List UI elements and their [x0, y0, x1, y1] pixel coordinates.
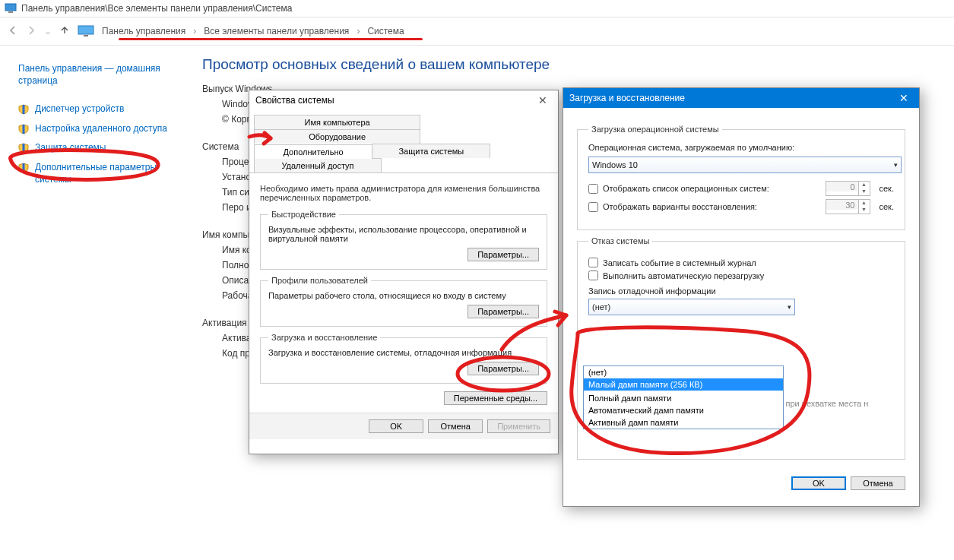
os-list-time-spinner[interactable]: ▲▼ [826, 181, 870, 196]
env-vars-button[interactable]: Переменные среды... [444, 391, 547, 405]
sidebar-item-label: Диспетчер устройств [35, 103, 124, 115]
cancel-button[interactable]: Отмена [428, 419, 483, 433]
shield-icon [18, 163, 29, 173]
tab-protection[interactable]: Защита системы [372, 144, 490, 158]
os-list-time-value[interactable] [826, 182, 858, 191]
forward-icon[interactable] [26, 25, 36, 38]
sidebar-advanced[interactable]: Дополнительные параметры системы [17, 158, 184, 189]
dialog-title: Свойства системы [255, 95, 334, 106]
default-os-select[interactable]: Windows 10 ▾ [588, 157, 902, 173]
profiles-group: Профили пользователей Параметры рабочего… [260, 276, 547, 327]
window-title: Панель управления\Все элементы панели уп… [21, 3, 292, 14]
default-os-value: Windows 10 [592, 160, 638, 169]
dump-option[interactable]: Автоматический дамп памяти [584, 404, 783, 416]
performance-text: Визуальные эффекты, использование процес… [268, 225, 539, 243]
os-boot-legend: Загрузка операционной системы [588, 125, 722, 134]
profiles-text: Параметры рабочего стола, относящиеся ко… [268, 291, 539, 300]
recent-icon[interactable]: ⌄ [44, 26, 52, 36]
ok-button[interactable]: OK [791, 476, 846, 490]
log-event-label: Записать событие в системный журнал [603, 258, 756, 267]
dump-option[interactable]: (нет) [584, 366, 783, 378]
show-os-list-row: Отображать список операционных систем: ▲… [588, 181, 894, 196]
startup-recovery-dialog: Загрузка и восстановление ✕ Загрузка опе… [563, 87, 920, 507]
failure-legend: Отказ системы [588, 236, 652, 245]
show-recovery-label: Отображать варианты восстановления: [603, 202, 821, 211]
startup-params-button[interactable]: Параметры... [467, 362, 539, 375]
system-properties-dialog: Свойства системы ✕ Имя компьютера Оборуд… [249, 90, 559, 454]
breadcrumb-sep: › [357, 26, 360, 36]
sidebar: Панель управления — домашняя страница Ди… [0, 46, 189, 369]
close-icon[interactable]: ✕ [895, 92, 913, 104]
sidebar-device-manager[interactable]: Диспетчер устройств [17, 100, 184, 119]
shield-icon [18, 124, 29, 134]
tab-remote[interactable]: Удаленный доступ [254, 158, 382, 172]
sidebar-remote[interactable]: Настройка удаленного доступа [17, 119, 184, 139]
chevron-down-icon: ▾ [894, 161, 898, 169]
os-boot-group: Загрузка операционной системы Операционн… [577, 125, 905, 230]
breadcrumb-c[interactable]: Система [367, 26, 404, 36]
tab-computer-name[interactable]: Имя компьютера [254, 115, 420, 129]
navbar: ⌄ Панель управления › Все элементы панел… [0, 17, 954, 46]
log-event-checkbox[interactable] [588, 258, 598, 267]
auto-reboot-checkbox[interactable] [588, 271, 598, 280]
show-os-list-label: Отображать список операционных систем: [603, 184, 821, 193]
dump-option-selected[interactable]: Малый дамп памяти (256 КВ) [584, 378, 783, 391]
profiles-legend: Профили пользователей [268, 276, 371, 285]
close-icon[interactable]: ✕ [534, 94, 552, 106]
tab-hardware[interactable]: Оборудование [254, 129, 420, 144]
sidebar-protection[interactable]: Защита системы [17, 138, 184, 158]
window-titlebar: Панель управления\Все элементы панели уп… [0, 0, 954, 17]
admin-note: Необходимо иметь права администратора дл… [260, 184, 547, 202]
startup-group: Загрузка и восстановление Загрузка и вос… [260, 333, 547, 384]
chevron-down-icon: ▾ [788, 303, 791, 311]
breadcrumb-a[interactable]: Панель управления [102, 26, 185, 36]
svg-rect-3 [84, 35, 88, 36]
show-os-list-checkbox[interactable] [588, 184, 598, 194]
breadcrumb-sep: › [193, 26, 196, 36]
dump-label: Запись отладочной информации [588, 286, 894, 296]
dump-select[interactable]: (нет) ▾ [588, 299, 795, 315]
dump-option[interactable]: Активный дамп памяти [584, 416, 783, 429]
dialog-titlebar[interactable]: Загрузка и восстановление ✕ [563, 88, 919, 108]
dialog-titlebar[interactable]: Свойства системы ✕ [249, 90, 558, 110]
sec-label: сек. [880, 202, 895, 211]
monitor-icon [78, 25, 94, 37]
performance-legend: Быстродействие [268, 210, 339, 219]
default-os-label: Операционная система, загружаемая по умо… [588, 143, 894, 152]
sidebar-item-label: Настройка удаленного доступа [35, 123, 167, 135]
system-icon [5, 2, 17, 14]
sidebar-item-label: Дополнительные параметры системы [35, 162, 182, 185]
svg-rect-2 [78, 26, 93, 34]
dialog-footer: OK Отмена [563, 472, 919, 501]
ok-button[interactable]: OK [369, 419, 423, 433]
profiles-params-button[interactable]: Параметры... [467, 305, 539, 318]
dump-option[interactable]: Полный дамп памяти [584, 392, 783, 404]
dump-select-value: (нет) [592, 302, 610, 312]
up-icon[interactable] [59, 25, 70, 38]
dump-dropdown[interactable]: (нет) Малый дамп памяти (256 КВ) Дамп яд… [583, 365, 784, 429]
svg-rect-1 [8, 11, 13, 13]
dialog-footer: OK Отмена Применить [249, 413, 558, 439]
breadcrumb-b[interactable]: Все элементы панели управления [204, 26, 349, 36]
startup-text: Загрузка и восстановление системы, отлад… [268, 348, 539, 357]
dialog-body: Необходимо иметь права администратора дл… [249, 173, 558, 413]
performance-params-button[interactable]: Параметры... [467, 248, 539, 261]
back-icon[interactable] [8, 25, 18, 38]
tabs: Имя компьютера Оборудование Дополнительн… [249, 110, 558, 173]
shield-icon [18, 143, 29, 153]
tab-advanced[interactable]: Дополнительно [254, 144, 372, 159]
auto-reboot-label: Выполнить автоматическую перезагрузку [603, 271, 764, 280]
show-recovery-checkbox[interactable] [588, 202, 598, 212]
apply-button[interactable]: Применить [487, 419, 550, 433]
cancel-button[interactable]: Отмена [851, 476, 905, 490]
sidebar-home[interactable]: Панель управления — домашняя страница [17, 59, 184, 90]
sec-label: сек. [880, 184, 895, 193]
recovery-time-spinner[interactable]: ▲▼ [826, 199, 870, 214]
shield-icon [18, 104, 29, 115]
annotation-underline [119, 38, 423, 40]
dialog-title: Загрузка и восстановление [569, 93, 685, 103]
sidebar-home-label: Панель управления — домашняя страница [18, 63, 182, 87]
svg-rect-0 [5, 4, 16, 11]
show-recovery-row: Отображать варианты восстановления: ▲▼ с… [588, 199, 894, 214]
recovery-time-value[interactable] [826, 200, 858, 210]
